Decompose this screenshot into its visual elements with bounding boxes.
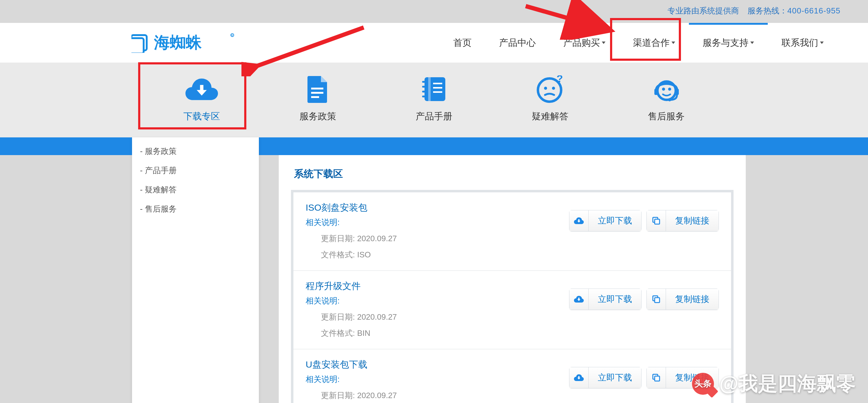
header: 海蜘蛛 R 首页 产品中心 产品购买 渠道合作 服务与支持 联系我们 [0,23,868,63]
svg-rect-1 [131,38,144,53]
watermark-text: @我是四海飘零 [719,370,856,397]
download-button-group[interactable]: 立即下载 [569,289,642,310]
nav-home[interactable]: 首页 [439,23,485,63]
card-title: U盘安装包下载 [306,359,569,371]
card-title: ISO刻盘安装包 [306,201,569,214]
sidebar-item-faq[interactable]: - 疑难解答 [133,180,258,199]
copy-icon [646,289,666,310]
nav-label: 服务与支持 [703,37,748,49]
svg-rect-24 [654,89,658,95]
svg-rect-14 [433,83,442,84]
svg-rect-32 [655,376,659,381]
subnav-label: 疑难解答 [532,110,568,123]
nav-label: 联系我们 [781,37,818,49]
copy-link-button[interactable]: 复制链接 [666,289,719,310]
hotline: 服务热线：400-6616-955 [748,5,840,16]
svg-rect-9 [428,77,431,101]
nav-support[interactable]: 服务与支持 [689,23,768,63]
content-title: 系统下载区 [279,167,746,181]
sidebar: - 服务政策 - 产品手册 - 疑难解答 - 售后服务 [132,137,259,403]
card-desc-label: 相关说明: [306,217,569,228]
svg-rect-10 [422,81,428,83]
download-card: 程序升级文件 相关说明: 更新日期: 2020.09.27文件格式: BIN 立… [293,271,731,349]
nav-contact[interactable]: 联系我们 [768,23,837,63]
copy-link-button[interactable]: 复制链接 [666,210,719,231]
cloud-download-icon [185,75,219,103]
nav-label: 产品中心 [499,37,536,49]
top-info-bar: 专业路由系统提供商 服务热线：400-6616-955 [0,0,868,23]
subnav-label: 服务政策 [300,110,336,123]
chevron-down-icon [820,41,824,44]
copy-link-button-group[interactable]: 复制链接 [646,210,719,231]
watermark: 头条 @我是四海飘零 [692,370,856,397]
svg-rect-8 [425,77,445,101]
sidebar-item-policy[interactable]: - 服务政策 [133,142,258,161]
main-nav: 首页 产品中心 产品购买 渠道合作 服务与支持 联系我们 [439,23,837,63]
brand-logo[interactable]: 海蜘蛛 R [131,33,235,53]
card-title: 程序升级文件 [306,280,569,293]
watermark-prefix: 头条 [694,379,712,388]
sub-nav: 下载专区 服务政策 产品手册 ? 疑难解答 售后服务 [0,63,868,137]
svg-rect-5 [311,88,323,90]
download-list: ISO刻盘安装包 相关说明: 更新日期: 2020.09.27文件格式: ISO… [291,190,734,403]
download-button-group[interactable]: 立即下载 [569,210,642,231]
svg-point-26 [668,98,671,101]
svg-text:?: ? [557,75,563,84]
hotline-number: 400-6616-955 [787,6,840,15]
svg-rect-30 [655,298,659,303]
svg-point-22 [662,88,665,91]
card-desc-label: 相关说明: [306,296,569,306]
content-panel: 系统下载区 ISO刻盘安装包 相关说明: 更新日期: 2020.09.27文件格… [279,155,746,403]
watermark-icon: 头条 [692,373,714,395]
subnav-download[interactable]: 下载专区 [176,75,228,123]
cloud-download-icon [569,289,589,310]
sidebar-item-after-sales[interactable]: - 售后服务 [133,199,258,219]
download-button[interactable]: 立即下载 [589,289,642,310]
download-button[interactable]: 立即下载 [589,367,642,388]
subnav-faq[interactable]: ? 疑难解答 [524,75,576,123]
svg-rect-28 [655,219,659,224]
face-confused-icon: ? [533,75,567,103]
tagline: 专业路由系统提供商 [668,5,739,16]
card-file-format: 文件格式: BIN [306,328,569,339]
cloud-download-icon [569,367,589,388]
download-card: ISO刻盘安装包 相关说明: 更新日期: 2020.09.27文件格式: ISO… [293,192,731,271]
card-file-format: 文件格式: ISO [306,249,569,260]
nav-products[interactable]: 产品中心 [485,23,550,63]
copy-link-button-group[interactable]: 复制链接 [646,289,719,310]
chevron-down-icon [602,41,606,44]
svg-point-23 [668,88,671,91]
cloud-download-icon [569,210,589,231]
notebook-icon [417,75,451,103]
nav-label: 产品购买 [563,37,600,49]
nav-label: 首页 [453,37,472,49]
svg-rect-6 [311,92,323,94]
chevron-down-icon [750,41,754,44]
subnav-policy[interactable]: 服务政策 [292,75,344,123]
card-update-date: 更新日期: 2020.09.27 [306,390,569,401]
logo-icon: 海蜘蛛 R [131,33,235,53]
download-button-group[interactable]: 立即下载 [569,367,642,388]
nav-channel[interactable]: 渠道合作 [619,23,689,63]
svg-rect-25 [675,89,679,95]
subnav-label: 下载专区 [183,110,220,123]
card-update-date: 更新日期: 2020.09.27 [306,312,569,323]
hotline-label: 服务热线： [748,6,787,15]
download-button[interactable]: 立即下载 [589,210,642,231]
copy-icon [646,210,666,231]
svg-text:海蜘蛛: 海蜘蛛 [154,34,202,51]
card-update-date: 更新日期: 2020.09.27 [306,233,569,244]
subnav-manual[interactable]: 产品手册 [408,75,460,123]
svg-point-19 [552,87,555,90]
headset-icon [649,75,683,103]
svg-rect-13 [422,96,428,97]
svg-rect-12 [422,91,428,93]
svg-text:R: R [231,34,233,37]
download-card: U盘安装包下载 相关说明: 更新日期: 2020.09.27文件格式: RAR … [293,349,731,403]
sidebar-item-manual[interactable]: - 产品手册 [133,161,258,180]
svg-rect-11 [422,86,428,88]
subnav-after-sales[interactable]: 售后服务 [640,75,692,123]
nav-buy[interactable]: 产品购买 [550,23,619,63]
card-desc-label: 相关说明: [306,374,569,385]
chevron-down-icon [672,41,675,44]
